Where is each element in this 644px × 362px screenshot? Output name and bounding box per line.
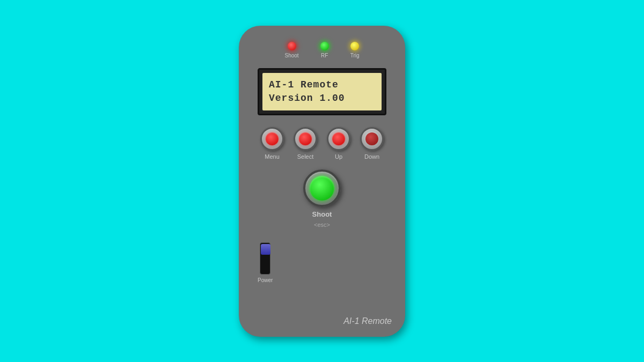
select-button-inner xyxy=(299,132,312,145)
up-button-inner xyxy=(332,132,345,145)
trig-led xyxy=(350,42,359,50)
led-row: Shoot RF Trig xyxy=(285,42,360,58)
menu-btn-item: Menu xyxy=(260,127,284,160)
up-button-label: Up xyxy=(335,153,342,160)
shoot-led xyxy=(288,42,296,50)
shoot-section: Shoot <esc> xyxy=(303,169,341,228)
menu-button[interactable] xyxy=(260,127,284,151)
select-button-label: Select xyxy=(297,153,314,160)
lcd-container: AI-1 Remote Version 1.00 xyxy=(258,68,386,115)
trig-led-item: Trig xyxy=(350,42,360,58)
select-btn-item: Select xyxy=(294,127,317,160)
down-btn-item: Down xyxy=(360,127,384,160)
down-button-inner xyxy=(365,132,378,145)
down-button-label: Down xyxy=(364,153,379,160)
power-label: Power xyxy=(258,277,273,283)
brand-label: AI-1 Remote xyxy=(343,316,392,326)
nav-buttons: Menu Select Up Down xyxy=(260,127,384,160)
menu-button-label: Menu xyxy=(265,153,280,160)
rf-led xyxy=(320,42,329,50)
shoot-button-label: Shoot xyxy=(312,210,332,218)
power-slider-track[interactable] xyxy=(260,242,270,275)
remote-body: Shoot RF Trig AI-1 Remote Version 1.00 M… xyxy=(239,26,405,337)
shoot-button-sublabel: <esc> xyxy=(314,221,330,228)
shoot-button-inner xyxy=(310,176,334,201)
lcd-screen: AI-1 Remote Version 1.00 xyxy=(262,73,382,110)
menu-button-inner xyxy=(266,132,279,145)
power-slider-thumb xyxy=(261,244,270,255)
up-btn-item: Up xyxy=(327,127,350,160)
shoot-led-label: Shoot xyxy=(285,53,299,58)
rf-led-item: RF xyxy=(320,42,329,58)
select-button[interactable] xyxy=(294,127,317,151)
up-button[interactable] xyxy=(327,127,350,151)
lcd-line2: Version 1.00 xyxy=(269,92,375,105)
trig-led-label: Trig xyxy=(350,53,360,58)
down-button[interactable] xyxy=(360,127,384,151)
power-section: Power xyxy=(258,242,273,283)
shoot-button[interactable] xyxy=(303,169,341,207)
lcd-line1: AI-1 Remote xyxy=(269,78,375,92)
shoot-led-item: Shoot xyxy=(285,42,299,58)
rf-led-label: RF xyxy=(321,53,328,58)
